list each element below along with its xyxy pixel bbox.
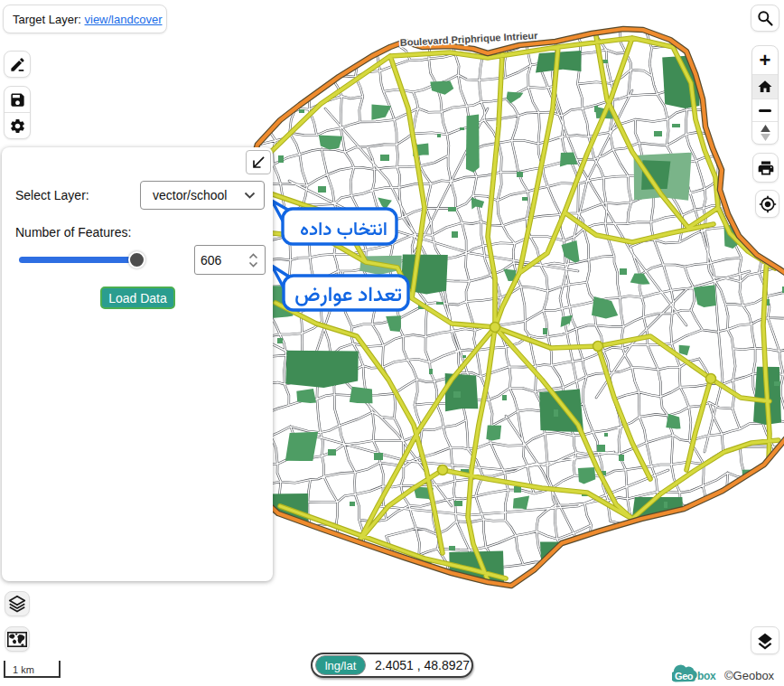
svg-text:box: box — [697, 670, 716, 682]
svg-text:Geo: Geo — [675, 671, 694, 681]
svg-text:©Geobox: ©Geobox — [724, 669, 775, 682]
